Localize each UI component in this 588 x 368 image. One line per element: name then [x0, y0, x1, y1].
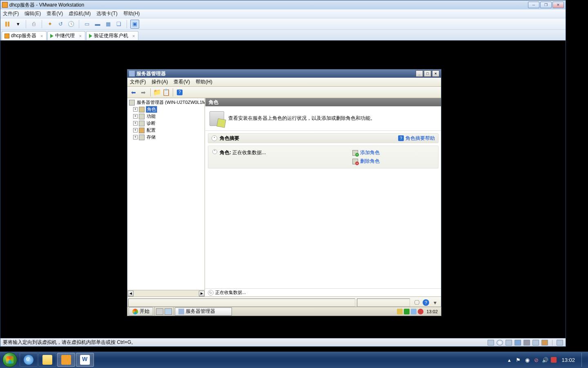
- delete-role-link[interactable]: 删除角色: [352, 158, 434, 165]
- device-hdd-icon[interactable]: [488, 340, 494, 346]
- server-tree[interactable]: 服务器管理器 (WIN-U2T0ZW0L1M + 角色 + 功能: [127, 98, 205, 290]
- collapse-icon[interactable]: ˄: [212, 149, 217, 154]
- server-titlebar[interactable]: 服务器管理器 _ □ ×: [127, 70, 441, 78]
- summary-help-link[interactable]: ? 角色摘要帮助: [398, 135, 435, 142]
- guest-start-button[interactable]: 开始: [129, 307, 153, 316]
- tree-item-diagnostics[interactable]: + 诊断: [127, 120, 205, 127]
- expand-icon[interactable]: +: [133, 114, 138, 119]
- srv-menu-help[interactable]: 帮助(H): [196, 79, 212, 85]
- tree-item-storage[interactable]: + 存储: [127, 134, 205, 141]
- up-folder-icon[interactable]: 📁: [153, 88, 161, 96]
- collapse-icon[interactable]: ˄: [212, 135, 217, 141]
- menu-help[interactable]: 帮助(H): [123, 10, 140, 17]
- maximize-button[interactable]: ❐: [540, 2, 552, 8]
- tab-close-icon[interactable]: ×: [79, 34, 81, 38]
- statusbar-help-icon[interactable]: ?: [422, 299, 430, 306]
- view-console-icon[interactable]: ▭: [82, 20, 91, 29]
- device-floppy-icon[interactable]: [506, 340, 512, 346]
- refresh-icon[interactable]: ↻: [208, 290, 214, 296]
- view-unity-icon[interactable]: ▬: [93, 20, 102, 29]
- srv-menu-action[interactable]: 操作(A): [151, 79, 168, 85]
- guest-clock[interactable]: 13:02: [425, 309, 439, 314]
- tray-media-icon[interactable]: ◉: [524, 357, 530, 363]
- summary-bar[interactable]: ˄ 角色摘要 ? 角色摘要帮助: [208, 133, 439, 143]
- menu-view[interactable]: 查看(V): [47, 10, 63, 17]
- show-desktop-button[interactable]: [581, 353, 586, 367]
- tray-action-center-icon[interactable]: ⚑: [515, 357, 521, 363]
- properties-icon[interactable]: 📋: [162, 88, 170, 96]
- tray-expand-icon[interactable]: ▴: [506, 357, 512, 363]
- snapshot-take-icon[interactable]: ✦: [45, 20, 54, 29]
- help-icon[interactable]: ?: [176, 88, 184, 96]
- srv-menu-file[interactable]: 文件(F): [130, 79, 146, 85]
- tree-item-features[interactable]: + 功能: [127, 113, 205, 120]
- ql-desktop-icon[interactable]: [165, 308, 172, 315]
- add-role-link[interactable]: 添加角色: [352, 149, 434, 156]
- vmware-titlebar[interactable]: dhcp服务器 - VMware Workstation ─ ❐ ✕: [0, 0, 566, 9]
- minimize-button[interactable]: ─: [528, 2, 539, 8]
- dropdown-icon[interactable]: ▾: [13, 20, 22, 29]
- nav-back-icon[interactable]: ⬅: [129, 88, 138, 97]
- device-sound-icon[interactable]: [541, 340, 548, 346]
- play-icon: [50, 34, 53, 38]
- guest-display[interactable]: 服务器管理器 _ □ × 文件(F) 操作(A) 查看(V) 帮助(H) ⬅ ➡…: [0, 40, 566, 338]
- tree-root[interactable]: 服务器管理器 (WIN-U2T0ZW0L1M: [127, 99, 205, 106]
- vm-tab-relay[interactable]: 中继代理 ×: [47, 31, 85, 40]
- device-net-icon[interactable]: [514, 340, 521, 346]
- snapshot-revert-icon[interactable]: ↺: [56, 20, 65, 29]
- host-start-button[interactable]: [2, 352, 17, 367]
- device-usb-icon[interactable]: [523, 340, 530, 346]
- srv-minimize-button[interactable]: _: [416, 70, 423, 77]
- view-multi-icon[interactable]: ❏: [114, 20, 123, 29]
- srv-maximize-button[interactable]: □: [424, 70, 431, 77]
- vm-tab-dhcp[interactable]: dhcp服务器 ×: [2, 31, 47, 40]
- menu-vm[interactable]: 虚拟机(M): [69, 10, 91, 17]
- device-printer-icon[interactable]: [532, 340, 539, 346]
- snapshot-manager-icon[interactable]: 🕓: [67, 20, 76, 29]
- fullscreen-icon[interactable]: ▣: [130, 20, 139, 29]
- nav-forward-icon[interactable]: ➡: [139, 88, 148, 97]
- tab-close-icon[interactable]: ×: [132, 34, 135, 38]
- tray-security-icon[interactable]: [551, 357, 557, 363]
- tray-shield-icon[interactable]: [404, 309, 410, 314]
- srv-close-button[interactable]: ×: [432, 70, 439, 77]
- taskbar-word[interactable]: [76, 353, 94, 367]
- scroll-left-icon[interactable]: ◀: [128, 291, 134, 296]
- tree-label: 功能: [146, 113, 156, 119]
- tree-item-config[interactable]: + 配置: [127, 127, 205, 134]
- taskbar-task-server-manager[interactable]: 服务器管理器: [175, 307, 232, 316]
- tab-close-icon[interactable]: ×: [40, 34, 43, 38]
- pause-button[interactable]: [3, 20, 12, 29]
- tray-network-icon[interactable]: [411, 309, 416, 314]
- tray-volume-icon[interactable]: 🔊: [542, 357, 548, 363]
- menu-edit[interactable]: 编辑(E): [24, 10, 41, 17]
- menu-file[interactable]: 文件(F): [3, 10, 19, 17]
- expand-icon[interactable]: +: [133, 107, 138, 112]
- expand-icon[interactable]: +: [133, 128, 138, 132]
- tree-hscrollbar[interactable]: ◀ ▶: [127, 290, 205, 296]
- expand-icon[interactable]: +: [133, 121, 138, 126]
- taskbar-ie[interactable]: [20, 353, 38, 367]
- scroll-right-icon[interactable]: ▶: [199, 291, 205, 296]
- device-display-icon[interactable]: [557, 340, 563, 346]
- statusbar-monitor-icon[interactable]: 🖵: [413, 299, 421, 306]
- taskbar-explorer[interactable]: [38, 353, 56, 367]
- tray-flag-icon[interactable]: [397, 309, 403, 314]
- statusbar-dropdown-icon[interactable]: ▾: [431, 299, 439, 306]
- view-thumb-icon[interactable]: ▦: [104, 20, 113, 29]
- features-icon: [139, 114, 145, 119]
- host-clock[interactable]: 13:02: [559, 357, 577, 363]
- device-cd-icon[interactable]: [497, 340, 503, 346]
- tray-volume-icon[interactable]: [418, 309, 423, 314]
- close-button[interactable]: ✕: [552, 2, 564, 8]
- taskbar-vmware[interactable]: [57, 353, 75, 367]
- tray-blocked-icon[interactable]: ⊘: [533, 357, 539, 363]
- ql-server-icon[interactable]: [156, 308, 163, 315]
- tree-item-roles[interactable]: + 角色: [127, 106, 205, 113]
- expand-icon[interactable]: +: [133, 135, 138, 139]
- snapshot-icon[interactable]: ⎙: [29, 20, 38, 29]
- tree-label: 存储: [146, 134, 156, 140]
- vm-tab-client[interactable]: 验证使用客户机 ×: [86, 31, 138, 40]
- menu-tabs[interactable]: 选项卡(T): [96, 10, 117, 17]
- srv-menu-view[interactable]: 查看(V): [174, 79, 190, 85]
